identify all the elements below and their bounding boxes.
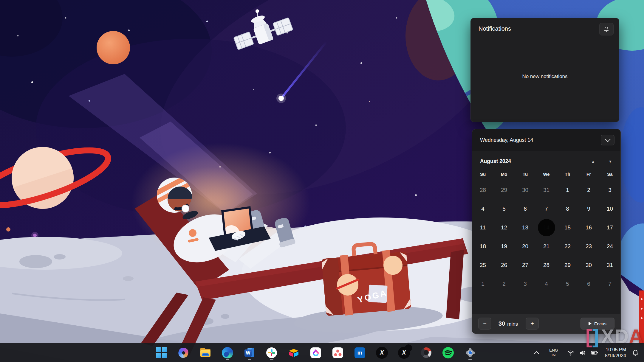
running-indicator: [248, 359, 251, 360]
clickup-icon: [310, 347, 321, 358]
calendar-day[interactable]: 9: [578, 199, 599, 218]
calendar-day[interactable]: 21: [536, 237, 557, 256]
calendar-day[interactable]: 4: [472, 199, 493, 218]
battery-button[interactable]: [590, 349, 599, 356]
weekday-label: Th: [557, 172, 578, 177]
word-icon: W: [244, 347, 255, 358]
calendar-prev-month-button[interactable]: ▲: [591, 159, 595, 164]
calendar-day[interactable]: 31: [536, 181, 557, 199]
weekday-label: Tu: [515, 172, 536, 177]
calendar-day[interactable]: 2: [493, 274, 515, 293]
calendar-day[interactable]: 12: [493, 218, 515, 237]
taskbar-icon-edge[interactable]: [222, 344, 233, 361]
taskbar-icon-spotify[interactable]: [442, 344, 454, 361]
calendar-day[interactable]: 10: [599, 199, 620, 218]
taskbar-icon-word[interactable]: W: [244, 344, 256, 361]
calendar-day[interactable]: 3: [515, 274, 536, 293]
calendar-day[interactable]: 6: [515, 199, 536, 218]
calendar-day[interactable]: 27: [515, 256, 536, 274]
calendar-month-row: August 2024 ▲ ▼: [472, 151, 620, 167]
taskbar-icon-x-badge[interactable]: X: [398, 344, 410, 361]
calendar-day[interactable]: 13: [515, 218, 536, 237]
battery-icon: [590, 349, 599, 356]
taskbar-icon-ring-browser[interactable]: [420, 344, 432, 361]
tray-time: 10:05 PM: [605, 347, 626, 353]
calendar-day[interactable]: 1: [557, 181, 578, 199]
calendar-day[interactable]: 25: [472, 256, 493, 274]
calendar-day[interactable]: 30: [578, 256, 599, 274]
xda-watermark: [ ] XD A: [586, 327, 643, 346]
calendar-day[interactable]: 22: [557, 237, 578, 256]
tray-overflow-button[interactable]: [532, 350, 542, 355]
calendar-day[interactable]: 8: [557, 199, 578, 218]
speaker-icon: [579, 349, 586, 356]
taskbar-icon-file-explorer[interactable]: [199, 344, 211, 361]
calendar-day[interactable]: 11: [472, 218, 493, 237]
calendar-day[interactable]: 7: [536, 199, 557, 218]
taskbar-icon-start[interactable]: [155, 344, 167, 361]
start-icon: [156, 347, 167, 358]
clock[interactable]: 10:05 PM 8/14/2024: [605, 347, 626, 359]
calendar-next-month-button[interactable]: ▼: [609, 159, 612, 164]
spotify-icon: [442, 347, 454, 359]
volume-button[interactable]: [578, 349, 587, 356]
calendar-day[interactable]: 28: [536, 256, 557, 274]
calendar-day[interactable]: 15: [557, 218, 578, 237]
calendar-day[interactable]: 20: [515, 237, 536, 256]
focus-minus-button[interactable]: −: [478, 318, 491, 330]
tray-date: 8/14/2024: [605, 353, 626, 359]
calendar-day[interactable]: 7: [599, 274, 620, 293]
weekday-label: Su: [472, 172, 493, 177]
file-explorer-icon: [199, 348, 211, 358]
calendar-day[interactable]: 3: [599, 181, 620, 199]
calendar-day[interactable]: 6: [578, 274, 599, 293]
weekday-label: Sa: [599, 172, 620, 177]
calendar-day[interactable]: 4: [536, 274, 557, 293]
taskbar-icon-airtable[interactable]: [288, 344, 300, 361]
taskbar-icon-linkedin[interactable]: in: [354, 344, 366, 361]
calendar-date-header: Wednesday, August 14: [472, 129, 620, 151]
calendar-day[interactable]: 5: [557, 274, 578, 293]
calendar-day[interactable]: 18: [472, 237, 493, 256]
focus-duration-label: 30mins: [499, 320, 518, 327]
x-badge-icon: X: [398, 347, 410, 359]
watermark-bracket-right: ]: [592, 327, 599, 346]
taskbar-icon-x[interactable]: X: [376, 344, 388, 361]
running-indicator: [226, 359, 229, 360]
language-indicator[interactable]: ENG IN: [547, 348, 561, 358]
calendar-day[interactable]: 17: [599, 218, 620, 237]
wifi-icon: [567, 349, 575, 356]
calendar-day[interactable]: 30: [515, 181, 536, 199]
chevron-up-icon: [533, 350, 540, 355]
taskbar: WinXX ENG IN: [0, 343, 644, 362]
watermark-bracket-left: [: [586, 327, 592, 346]
calendar-day[interactable]: 23: [578, 237, 599, 256]
taskbar-icon-settings[interactable]: [464, 344, 476, 361]
notifications-panel: Notifications No new notifications: [470, 18, 619, 122]
calendar-day[interactable]: 1: [472, 274, 493, 293]
calendar-day[interactable]: 28: [472, 181, 493, 199]
taskbar-icon-asana[interactable]: [332, 344, 344, 361]
calendar-day[interactable]: 24: [599, 237, 620, 256]
calendar-day[interactable]: 31: [599, 256, 620, 274]
taskbar-icon-slack[interactable]: [266, 344, 278, 361]
calendar-day[interactable]: 29: [493, 181, 515, 199]
linkedin-icon: in: [354, 347, 365, 358]
calendar-day[interactable]: 29: [557, 256, 578, 274]
focus-plus-button[interactable]: +: [526, 318, 539, 330]
calendar-day-selected[interactable]: 14: [536, 218, 557, 237]
calendar-day[interactable]: 2: [578, 181, 599, 199]
calendar-panel: Wednesday, August 14 August 2024 ▲ ▼ SuM…: [472, 129, 621, 334]
taskbar-icon-clickup[interactable]: [310, 344, 322, 361]
calendar-day[interactable]: 5: [493, 199, 515, 218]
do-not-disturb-button[interactable]: [599, 23, 614, 35]
running-indicator: [270, 359, 273, 360]
calendar-day[interactable]: 26: [493, 256, 515, 274]
ring-browser-icon: [421, 347, 431, 358]
calendar-day[interactable]: 19: [493, 237, 515, 256]
calendar-collapse-button[interactable]: [601, 135, 614, 145]
taskbar-icon-copilot[interactable]: [177, 344, 189, 361]
calendar-day[interactable]: 16: [578, 218, 599, 237]
notification-bell-button[interactable]: [630, 349, 641, 357]
wifi-button[interactable]: [566, 349, 575, 356]
